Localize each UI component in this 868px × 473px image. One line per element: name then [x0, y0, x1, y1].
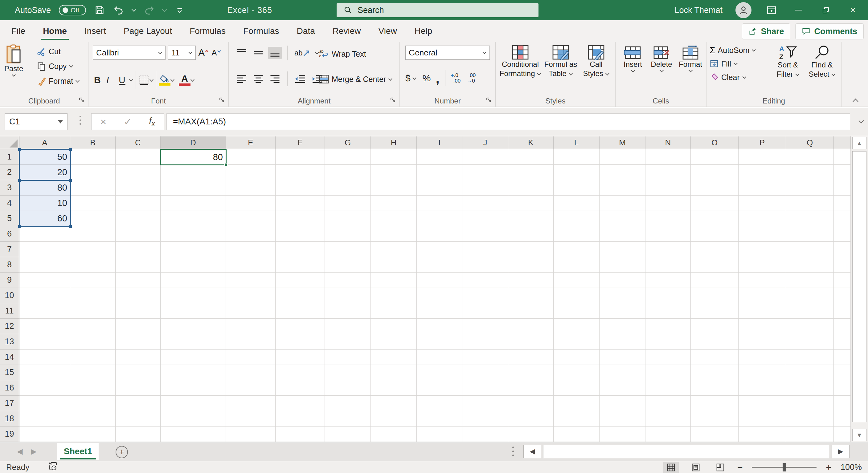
- currency-dropdown-icon[interactable]: [412, 76, 416, 80]
- cell-L11[interactable]: [554, 303, 599, 319]
- cell-N1[interactable]: [646, 149, 691, 165]
- cell-D11[interactable]: [161, 303, 226, 319]
- cell-I14[interactable]: [417, 349, 462, 365]
- cell-F14[interactable]: [276, 349, 325, 365]
- cell-A12[interactable]: [20, 319, 70, 334]
- cell-K13[interactable]: [508, 334, 554, 349]
- cell-D7[interactable]: [161, 242, 226, 257]
- cell-H7[interactable]: [371, 242, 417, 257]
- cell-A1[interactable]: 50: [20, 149, 70, 165]
- cell-C18[interactable]: [116, 411, 161, 427]
- cell-B1[interactable]: [70, 149, 116, 165]
- tab-home[interactable]: Home: [41, 24, 68, 38]
- cell-I1[interactable]: [417, 149, 462, 165]
- cell-J8[interactable]: [462, 257, 508, 273]
- cell-O13[interactable]: [691, 334, 739, 349]
- sort-filter-button[interactable]: AZ Sort &Filter: [772, 45, 804, 79]
- cell-P7[interactable]: [739, 242, 786, 257]
- format-cells-button[interactable]: Format: [677, 45, 704, 73]
- cell-J12[interactable]: [462, 319, 508, 334]
- cell-F15[interactable]: [276, 365, 325, 380]
- cell-K18[interactable]: [508, 411, 554, 427]
- cell-M12[interactable]: [599, 319, 646, 334]
- cell-M9[interactable]: [599, 273, 646, 288]
- column-header-B[interactable]: B: [70, 136, 116, 149]
- merge-center-dropdown-icon[interactable]: [389, 77, 393, 81]
- enter-button[interactable]: ✓: [124, 116, 132, 127]
- cell-M2[interactable]: [599, 165, 646, 180]
- cell-partial-10[interactable]: [834, 288, 851, 303]
- cell-P1[interactable]: [739, 149, 786, 165]
- tab-formulas-2[interactable]: Formulas: [242, 24, 280, 38]
- cell-partial-4[interactable]: [834, 196, 851, 211]
- cell-O7[interactable]: [691, 242, 739, 257]
- delete-cells-button[interactable]: Delete: [648, 45, 675, 73]
- cell-Q10[interactable]: [786, 288, 834, 303]
- cell-M13[interactable]: [599, 334, 646, 349]
- cell-C1[interactable]: [116, 149, 161, 165]
- cell-E14[interactable]: [226, 349, 276, 365]
- cell-H2[interactable]: [371, 165, 417, 180]
- cell-K5[interactable]: [508, 211, 554, 226]
- undo-icon[interactable]: [113, 5, 124, 16]
- prev-sheet-icon[interactable]: ◀: [17, 447, 23, 456]
- cell-G5[interactable]: [325, 211, 371, 226]
- cell-P9[interactable]: [739, 273, 786, 288]
- cell-H4[interactable]: [371, 196, 417, 211]
- cell-H8[interactable]: [371, 257, 417, 273]
- active-cell-D1[interactable]: 80: [160, 149, 226, 165]
- cell-E18[interactable]: [226, 411, 276, 427]
- cell-H14[interactable]: [371, 349, 417, 365]
- cell-H10[interactable]: [371, 288, 417, 303]
- cell-O14[interactable]: [691, 349, 739, 365]
- cell-G1[interactable]: [325, 149, 371, 165]
- vertical-scrollbar-thumb[interactable]: [852, 151, 866, 422]
- cell-A14[interactable]: [20, 349, 70, 365]
- row-header-15[interactable]: 15: [0, 365, 20, 380]
- cell-D9[interactable]: [161, 273, 226, 288]
- cell-N9[interactable]: [646, 273, 691, 288]
- cell-P11[interactable]: [739, 303, 786, 319]
- restore-button[interactable]: [819, 3, 833, 17]
- cell-I6[interactable]: [417, 226, 462, 242]
- cell-partial-7[interactable]: [834, 242, 851, 257]
- cell-D3[interactable]: [161, 180, 226, 196]
- row-header-5[interactable]: 5: [0, 211, 20, 226]
- increase-decimal-button[interactable]: +.0.00: [451, 73, 461, 84]
- select-all-corner[interactable]: [0, 136, 20, 149]
- collapse-ribbon-icon[interactable]: [852, 99, 858, 104]
- cell-Q19[interactable]: [786, 427, 834, 442]
- cell-J10[interactable]: [462, 288, 508, 303]
- cell-A4[interactable]: 10: [20, 196, 70, 211]
- cell-B4[interactable]: [70, 196, 116, 211]
- customize-quick-access-icon[interactable]: [174, 5, 185, 16]
- cell-J19[interactable]: [462, 427, 508, 442]
- cell-D6[interactable]: [161, 226, 226, 242]
- cell-Q12[interactable]: [786, 319, 834, 334]
- cell-I7[interactable]: [417, 242, 462, 257]
- cell-L15[interactable]: [554, 365, 599, 380]
- cell-I11[interactable]: [417, 303, 462, 319]
- cell-G9[interactable]: [325, 273, 371, 288]
- normal-view-button[interactable]: [663, 462, 679, 473]
- column-header-L[interactable]: L: [554, 136, 599, 149]
- cell-B19[interactable]: [70, 427, 116, 442]
- cell-P12[interactable]: [739, 319, 786, 334]
- cell-H6[interactable]: [371, 226, 417, 242]
- cell-E1[interactable]: [226, 149, 276, 165]
- add-sheet-button[interactable]: +: [116, 446, 128, 458]
- cell-J14[interactable]: [462, 349, 508, 365]
- cell-K14[interactable]: [508, 349, 554, 365]
- cell-H16[interactable]: [371, 380, 417, 396]
- cell-L12[interactable]: [554, 319, 599, 334]
- cell-O19[interactable]: [691, 427, 739, 442]
- cell-E12[interactable]: [226, 319, 276, 334]
- underline-button[interactable]: U: [119, 75, 129, 85]
- cell-D12[interactable]: [161, 319, 226, 334]
- cell-partial-19[interactable]: [834, 427, 851, 442]
- insert-cells-button[interactable]: Insert: [620, 45, 646, 73]
- cell-P2[interactable]: [739, 165, 786, 180]
- scroll-right-icon[interactable]: ▶: [832, 445, 849, 458]
- cell-J18[interactable]: [462, 411, 508, 427]
- cell-J11[interactable]: [462, 303, 508, 319]
